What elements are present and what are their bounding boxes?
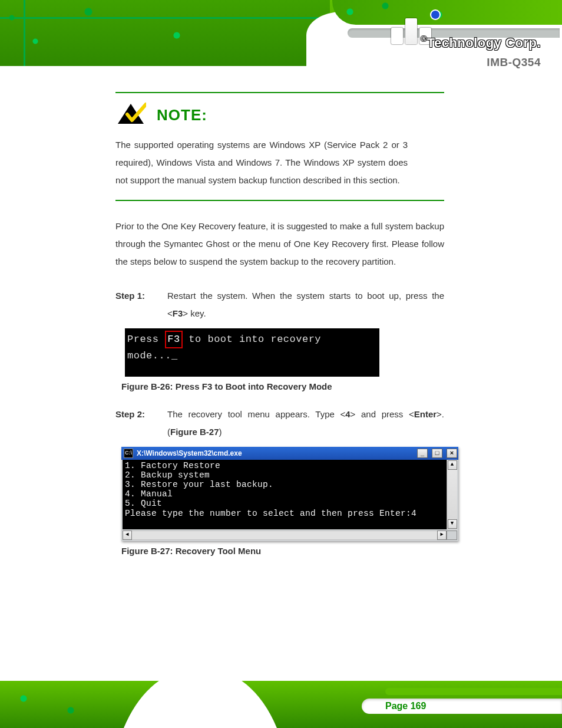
figure-dos-screenshot: Press F3 to boot into recovery mode..._ bbox=[125, 328, 379, 377]
brand-name: Technology Corp. bbox=[427, 35, 541, 50]
note-bottom-rule bbox=[115, 200, 444, 201]
footer-swoosh bbox=[124, 660, 277, 728]
footer-accent-bar bbox=[385, 688, 562, 695]
cmd-titlebar-text: X:\Windows\System32\cmd.exe bbox=[137, 448, 413, 459]
step-2-body: The recovery tool menu appears. Type <4>… bbox=[167, 406, 444, 441]
step-2: Step 2: The recovery tool menu appears. … bbox=[115, 406, 444, 441]
footer-page-box: Page 169 bbox=[362, 699, 562, 714]
header-pcb-right bbox=[332, 0, 562, 25]
note-block: NOTE: bbox=[115, 101, 444, 127]
close-button[interactable]: × bbox=[447, 449, 457, 458]
scroll-grip bbox=[447, 531, 457, 540]
cmd-v-scrollbar[interactable]: ▲ ▼ bbox=[447, 460, 457, 529]
page-content: NOTE: The supported operating systems ar… bbox=[0, 66, 562, 558]
registered-symbol: ® bbox=[421, 34, 427, 43]
scroll-up-icon[interactable]: ▲ bbox=[448, 460, 457, 470]
note-title: NOTE: bbox=[157, 104, 207, 127]
step-2-key-enter: Enter bbox=[414, 409, 437, 419]
step-2-figure-ref: Figure B-27 bbox=[170, 427, 219, 437]
note-top-rule bbox=[115, 92, 444, 93]
cmd-app-icon: C:\ bbox=[124, 449, 133, 458]
step-1-key: F3 bbox=[173, 308, 183, 318]
page-number: Page 169 bbox=[385, 699, 426, 713]
cmd-body: 1. Factory Restore 2. Backup system 3. R… bbox=[123, 460, 447, 529]
minimize-button[interactable]: _ bbox=[417, 449, 428, 458]
step-2-label: Step 2: bbox=[115, 406, 160, 441]
maximize-button[interactable]: □ bbox=[432, 449, 442, 458]
figure-cmd-screenshot: C:\ X:\Windows\System32\cmd.exe _ □ × 1.… bbox=[121, 447, 458, 541]
document-model-title: IMB-Q354 bbox=[487, 54, 541, 71]
cmd-titlebar: C:\ X:\Windows\System32\cmd.exe _ □ × bbox=[121, 447, 458, 460]
scroll-left-icon[interactable]: ◄ bbox=[123, 531, 132, 540]
header-pcb-left bbox=[0, 0, 330, 66]
step-1-label: Step 1: bbox=[115, 287, 160, 322]
figure-1-caption: Figure B-26: Press F3 to Boot into Recov… bbox=[121, 380, 444, 394]
scroll-h-track[interactable] bbox=[132, 531, 437, 540]
note-icon bbox=[115, 103, 146, 125]
step-2-key-4: 4 bbox=[345, 409, 350, 419]
figure-dos-highlight: F3 bbox=[165, 331, 182, 348]
footer-band: Page 169 bbox=[0, 660, 562, 728]
scroll-right-icon[interactable]: ► bbox=[437, 531, 447, 540]
note-body: The supported operating systems are Wind… bbox=[115, 136, 408, 189]
brand-text: ®Technology Corp. bbox=[421, 33, 541, 52]
figure-2-caption: Figure B-27: Recovery Tool Menu bbox=[121, 545, 444, 558]
cmd-h-scrollbar[interactable]: ◄ ► bbox=[121, 531, 458, 541]
intro-paragraph: Prior to the One Key Recovery feature, i… bbox=[115, 218, 444, 271]
step-1: Step 1: Restart the system. When the sys… bbox=[115, 287, 444, 322]
scroll-down-icon[interactable]: ▼ bbox=[448, 519, 457, 529]
header-band: ®Technology Corp. bbox=[0, 0, 562, 66]
step-1-body: Restart the system. When the system star… bbox=[167, 287, 444, 322]
